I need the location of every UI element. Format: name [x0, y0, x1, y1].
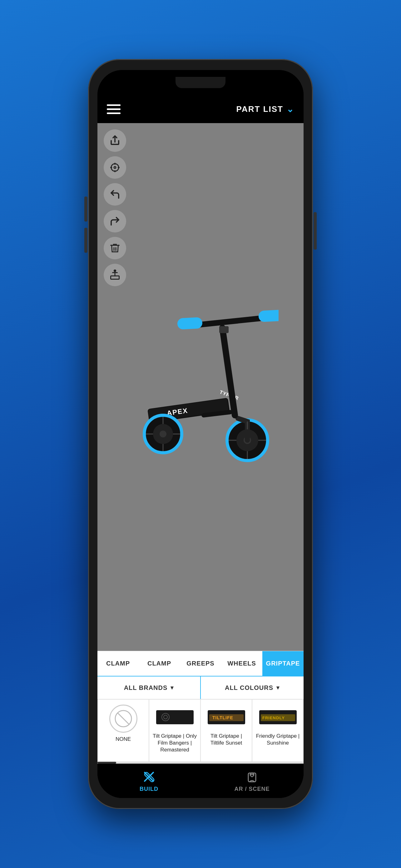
- friendly-thumb: FRIENDLY: [259, 709, 297, 726]
- part-list-label: PART LIST: [236, 104, 283, 114]
- brands-filter-button[interactable]: ALL BRANDS ▾: [97, 677, 201, 699]
- product-grid: NONE Tilt Griptape | Only Film: [97, 699, 304, 762]
- nav-ar-scene[interactable]: AR / SCENE: [201, 770, 304, 793]
- ar-icon: [245, 770, 259, 784]
- svg-point-20: [160, 431, 166, 437]
- tilt-bangers-thumb: [156, 709, 194, 726]
- scooter-viewer: APEX TYPE R: [97, 123, 304, 651]
- product-card-tiltlife-sunset[interactable]: TILTLIFE Tilt Griptape | Tiltlife Sunset: [201, 699, 252, 762]
- vol-up-button: [84, 196, 88, 221]
- product-card-friendly-sunshine[interactable]: FRIENDLY Friendly Griptape | Sunshine: [252, 699, 304, 762]
- tab-griptape[interactable]: GRIPTAPE: [262, 651, 304, 676]
- colours-filter-button[interactable]: ALL COLOURS ▾: [201, 677, 304, 699]
- hamburger-line-3: [107, 113, 121, 114]
- hamburger-menu[interactable]: [107, 104, 121, 114]
- product-card-tilt-bangers[interactable]: Tilt Griptape | Only Film Bangers | Rema…: [149, 699, 201, 762]
- product-thumb-none: [109, 705, 137, 733]
- product-thumb-tiltlife: TILTLIFE: [208, 705, 245, 730]
- filter-row: ALL BRANDS ▾ ALL COLOURS ▾: [97, 676, 304, 699]
- vol-down-button: [84, 228, 88, 253]
- power-button: [313, 212, 317, 250]
- tiltlife-thumb: TILTLIFE: [208, 709, 245, 726]
- build-label: BUILD: [140, 786, 158, 793]
- scooter-illustration: APEX TYPE R: [97, 123, 304, 651]
- svg-line-34: [118, 713, 129, 724]
- bottom-nav: BUILD AR / SCENE: [97, 764, 304, 798]
- page-wrapper: PART LIST ⌄: [0, 0, 401, 868]
- brands-filter-label: ALL BRANDS: [124, 684, 168, 691]
- notch-bar: [97, 70, 304, 95]
- product-thumb-friendly: FRIENDLY: [259, 705, 297, 730]
- product-thumb-tilt-bangers: [156, 705, 194, 730]
- product-card-none[interactable]: NONE: [97, 699, 149, 762]
- product-name-tilt-bangers: Tilt Griptape | Only Film Bangers | Rema…: [152, 733, 198, 753]
- app-screen: PART LIST ⌄: [97, 95, 304, 798]
- hamburger-line-1: [107, 104, 121, 106]
- phone-inner: PART LIST ⌄: [97, 70, 304, 798]
- none-icon: [114, 709, 133, 728]
- tab-greeps[interactable]: GREEPS: [180, 651, 221, 676]
- svg-text:FRIENDLY: FRIENDLY: [262, 715, 285, 720]
- svg-text:TILTLIFE: TILTLIFE: [212, 715, 233, 720]
- build-icon: [142, 770, 156, 784]
- product-name-tiltlife: Tilt Griptape | Tiltlife Sunset: [203, 733, 249, 746]
- svg-point-47: [251, 774, 253, 777]
- nav-build[interactable]: BUILD: [97, 770, 201, 793]
- ar-label: AR / SCENE: [234, 786, 269, 793]
- tab-clamp-1[interactable]: CLAMP: [97, 651, 139, 676]
- product-name-friendly: Friendly Griptape | Sunshine: [255, 733, 301, 746]
- top-nav: PART LIST ⌄: [97, 95, 304, 123]
- colours-filter-label: ALL COLOURS: [225, 684, 273, 691]
- svg-rect-23: [258, 309, 278, 322]
- notch: [175, 77, 226, 88]
- phone-outer: PART LIST ⌄: [88, 59, 313, 809]
- scroll-indicator: [97, 762, 116, 764]
- colours-chevron-icon: ▾: [276, 684, 279, 691]
- parts-tab-bar: CLAMP CLAMP GREEPS WHEELS GRIPTAPE: [97, 651, 304, 676]
- part-list-chevron-icon: ⌄: [287, 104, 294, 114]
- svg-rect-24: [219, 326, 229, 333]
- product-name-none: NONE: [115, 736, 131, 743]
- svg-rect-22: [177, 317, 203, 329]
- tab-wheels[interactable]: WHEELS: [221, 651, 262, 676]
- part-list-button[interactable]: PART LIST ⌄: [236, 104, 294, 114]
- hamburger-line-2: [107, 108, 121, 110]
- brands-chevron-icon: ▾: [170, 684, 174, 691]
- tab-clamp-2[interactable]: CLAMP: [139, 651, 180, 676]
